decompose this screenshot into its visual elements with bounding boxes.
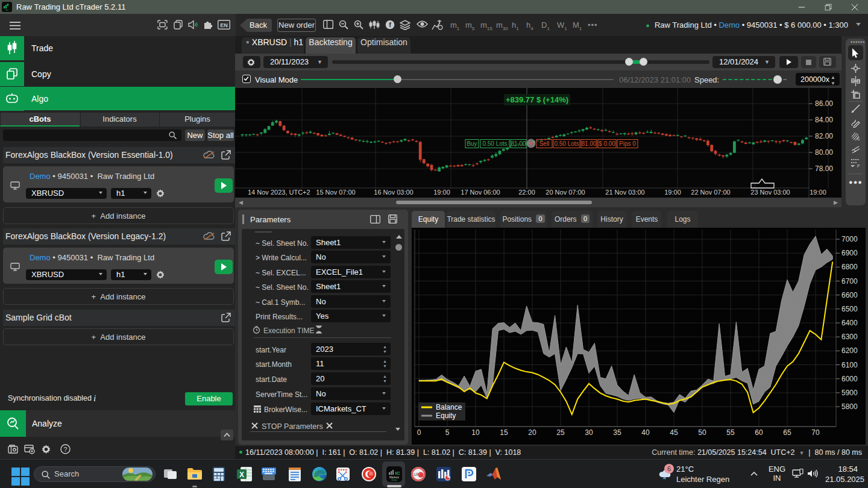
svg-text:10: 10 [471, 428, 480, 437]
svg-text:Markets: Markets [389, 476, 400, 479]
svg-text:21 Nov 03:00: 21 Nov 03:00 [605, 189, 644, 196]
svg-text:F: F [857, 163, 860, 169]
svg-text:60: 60 [755, 428, 763, 437]
svg-text:EN: EN [220, 22, 228, 28]
svg-text:Global: Global [391, 479, 397, 481]
svg-text:+839.77 $ (+14%): +839.77 $ (+14%) [506, 95, 568, 104]
svg-text:16 Nov 03:00: 16 Nov 03:00 [374, 189, 413, 196]
svg-text:35: 35 [613, 428, 621, 437]
svg-text:6400: 6400 [841, 319, 858, 327]
svg-text:19:00: 19:00 [433, 189, 450, 196]
svg-text:0.50 Lots: 0.50 Lots [482, 140, 507, 147]
svg-text:6100: 6100 [841, 361, 858, 369]
svg-text:20: 20 [528, 428, 536, 437]
svg-text:86.00: 86.00 [815, 99, 833, 108]
svg-text:30: 30 [585, 428, 593, 437]
svg-text:$ 0.00: $ 0.00 [599, 140, 615, 147]
svg-text:55: 55 [726, 428, 735, 437]
svg-text:6900: 6900 [841, 249, 858, 257]
svg-text:19:00: 19:00 [810, 189, 826, 196]
svg-text:80.00: 80.00 [815, 148, 833, 157]
svg-text:Pips 0: Pips 0 [619, 140, 636, 147]
svg-text:23 Nov 03:00: 23 Nov 03:00 [750, 189, 790, 196]
svg-text:84.00: 84.00 [815, 116, 833, 124]
svg-text:7000: 7000 [841, 235, 858, 243]
svg-text:22 Nov 07:00: 22 Nov 07:00 [691, 189, 730, 196]
svg-text:22:00: 22:00 [518, 189, 535, 196]
svg-text:6000: 6000 [841, 375, 858, 383]
svg-text:81.00: 81.00 [581, 140, 596, 147]
svg-text:f: f [389, 21, 391, 28]
svg-text:78.00: 78.00 [815, 164, 833, 173]
svg-text:19:00: 19:00 [664, 189, 681, 196]
svg-text:6800: 6800 [841, 263, 858, 271]
svg-text:81.00: 81.00 [511, 140, 526, 147]
svg-text:40: 40 [641, 428, 650, 437]
svg-text:6500: 6500 [841, 305, 858, 313]
svg-text:17 Nov 06:00: 17 Nov 06:00 [461, 189, 500, 196]
svg-text:⋮: ⋮ [753, 184, 756, 187]
svg-text:X: X [239, 471, 244, 479]
svg-text:70: 70 [811, 428, 820, 437]
svg-text:Equity: Equity [436, 411, 456, 420]
svg-text:0: 0 [417, 428, 421, 437]
svg-text:?: ? [64, 446, 68, 453]
svg-text:15: 15 [500, 428, 508, 437]
svg-text:15 Nov 07:00: 15 Nov 07:00 [316, 189, 355, 196]
svg-text:Sell: Sell [539, 140, 550, 147]
svg-text:6300: 6300 [841, 333, 858, 341]
svg-text:20 Nov 07:00: 20 Nov 07:00 [546, 189, 585, 196]
svg-text:82.00: 82.00 [815, 132, 833, 140]
svg-text:6600: 6600 [841, 291, 858, 299]
svg-text:Balance: Balance [436, 403, 462, 411]
svg-text:6700: 6700 [841, 277, 858, 286]
svg-text:Buy: Buy [467, 140, 477, 147]
svg-text:50: 50 [698, 428, 706, 437]
svg-text:5: 5 [445, 428, 450, 437]
svg-text:25: 25 [556, 428, 565, 437]
svg-text:E: E [857, 137, 860, 141]
svg-text:6200: 6200 [841, 346, 858, 355]
svg-text:14 Nov 2023, UTC+2: 14 Nov 2023, UTC+2 [248, 189, 310, 196]
svg-text:5900: 5900 [841, 389, 858, 397]
svg-text:0.50 Lots: 0.50 Lots [554, 140, 579, 147]
svg-text:IC: IC [6, 8, 8, 11]
svg-text:45: 45 [670, 428, 678, 437]
svg-text:65: 65 [783, 428, 791, 437]
svg-text:5800: 5800 [841, 402, 858, 411]
